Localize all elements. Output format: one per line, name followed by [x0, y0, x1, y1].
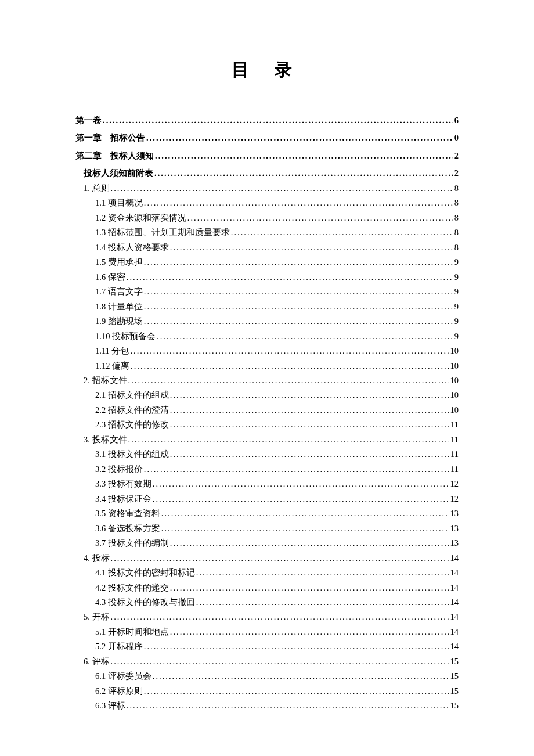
toc-entry-page: 9 — [454, 330, 459, 343]
toc-dots — [111, 552, 449, 564]
toc-entry: 第一章 招标公告0 — [75, 131, 459, 144]
toc-entry-page: 0 — [454, 131, 459, 144]
toc-entry-page: 14 — [450, 596, 459, 609]
toc-entry: 1.2 资金来源和落实情况8 — [95, 211, 459, 224]
toc-entry-label: 第一章 招标公告 — [75, 131, 145, 144]
toc-dots — [144, 300, 453, 313]
toc-dots — [144, 685, 449, 697]
toc-dots — [187, 211, 453, 224]
toc-entry: 3.4 投标保证金12 — [95, 492, 459, 505]
toc-entry: 1.9 踏勘现场9 — [95, 315, 459, 327]
toc-dots — [170, 404, 449, 416]
toc-dots — [103, 114, 453, 127]
toc-entry-label: 1.7 语言文字 — [95, 285, 143, 298]
toc-entry: 3.7 投标文件的编制13 — [95, 537, 459, 549]
toc-entry-page: 14 — [450, 610, 459, 623]
toc-entry: 1.6 保密9 — [95, 271, 459, 283]
toc-entry-page: 10 — [450, 374, 459, 387]
toc-list: 第一卷6第一章 招标公告0第二章 投标人须知2投标人须知前附表21. 总则81.… — [75, 114, 459, 712]
toc-entry-label: 1.5 费用承担 — [95, 255, 143, 268]
toc-entry-page: 9 — [454, 315, 459, 327]
toc-dots — [111, 655, 449, 668]
toc-entry: 3.5 资格审查资料13 — [95, 507, 459, 520]
toc-entry-label: 6.2 评标原则 — [95, 685, 143, 697]
toc-dots — [170, 448, 449, 460]
toc-entry: 6.3 评标15 — [95, 699, 459, 712]
toc-dots — [111, 610, 449, 623]
toc-entry-page: 11 — [450, 448, 459, 460]
toc-entry-label: 第二章 投标人须知 — [75, 149, 154, 162]
toc-entry: 6.1 评标委员会15 — [95, 669, 459, 682]
toc-page: 目 录 第一卷6第一章 招标公告0第二章 投标人须知2投标人须知前附表21. 总… — [0, 0, 534, 756]
toc-entry-label: 第一卷 — [75, 114, 102, 127]
toc-entry: 2.1 招标文件的组成10 — [95, 388, 459, 401]
toc-entry-label: 6.1 评标委员会 — [95, 669, 151, 682]
toc-entry: 3.1 投标文件的组成11 — [95, 448, 459, 460]
toc-entry-page: 9 — [454, 271, 459, 283]
toc-entry-page: 6 — [454, 114, 459, 127]
toc-entry-label: 4.2 投标文件的递交 — [95, 581, 169, 594]
toc-entry: 1.7 语言文字9 — [95, 285, 459, 298]
toc-entry: 1.4 投标人资格要求8 — [95, 241, 459, 254]
toc-dots — [170, 537, 449, 549]
toc-dots — [144, 255, 453, 268]
toc-entry-label: 3.4 投标保证金 — [95, 492, 151, 505]
toc-entry-label: 3. 投标文件 — [84, 433, 127, 446]
toc-entry: 3.3 投标有效期12 — [95, 477, 459, 490]
toc-dots — [131, 359, 449, 372]
toc-dots — [154, 167, 453, 179]
toc-entry: 5. 开标14 — [84, 610, 459, 623]
toc-entry-page: 14 — [450, 625, 459, 638]
toc-entry-page: 11 — [450, 418, 459, 431]
toc-entry-label: 1.4 投标人资格要求 — [95, 241, 169, 254]
toc-entry-page: 8 — [454, 196, 459, 209]
toc-entry: 3. 投标文件11 — [84, 433, 459, 446]
toc-entry-label: 3.6 备选投标方案 — [95, 522, 160, 535]
toc-entry: 4.2 投标文件的递交14 — [95, 581, 459, 594]
toc-title: 目 录 — [75, 58, 459, 82]
toc-entry-page: 10 — [450, 359, 459, 372]
toc-dots — [146, 131, 453, 144]
toc-entry-page: 2 — [454, 167, 459, 179]
toc-dots — [196, 596, 449, 609]
toc-entry: 1.8 计量单位9 — [95, 300, 459, 313]
toc-entry-label: 1.8 计量单位 — [95, 300, 143, 313]
toc-entry-page: 14 — [450, 552, 459, 564]
toc-entry-label: 5.2 开标程序 — [95, 640, 143, 653]
toc-dots — [161, 507, 449, 520]
toc-entry: 投标人须知前附表2 — [84, 167, 459, 179]
toc-entry-page: 9 — [454, 255, 459, 268]
toc-entry-page: 12 — [450, 492, 459, 505]
toc-entry: 2. 招标文件10 — [84, 374, 459, 387]
toc-entry-label: 1.10 投标预备会 — [95, 330, 156, 343]
toc-dots — [153, 492, 449, 505]
toc-dots — [111, 182, 453, 195]
toc-dots — [170, 418, 449, 431]
toc-entry-page: 13 — [450, 522, 459, 535]
toc-entry-label: 6.3 评标 — [95, 699, 125, 712]
toc-entry-label: 6. 评标 — [84, 655, 110, 668]
toc-dots — [153, 669, 449, 682]
toc-entry-label: 4.3 投标文件的修改与撤回 — [95, 596, 195, 609]
toc-entry: 1.5 费用承担9 — [95, 255, 459, 268]
toc-entry: 2.3 招标文件的修改11 — [95, 418, 459, 431]
toc-entry-label: 3.7 投标文件的编制 — [95, 537, 169, 549]
toc-entry-label: 4. 投标 — [84, 552, 110, 564]
toc-entry-page: 8 — [454, 241, 459, 254]
toc-entry-page: 2 — [454, 149, 459, 162]
toc-entry: 4.1 投标文件的密封和标记14 — [95, 566, 459, 579]
toc-entry-label: 3.1 投标文件的组成 — [95, 448, 169, 460]
toc-dots — [130, 344, 449, 357]
toc-entry-label: 3.2 投标报价 — [95, 463, 143, 476]
toc-entry-label: 4.1 投标文件的密封和标记 — [95, 566, 195, 579]
toc-entry-page: 14 — [450, 640, 459, 653]
toc-entry: 6.2 评标原则15 — [95, 685, 459, 697]
toc-dots — [144, 285, 453, 298]
toc-entry: 1.3 招标范围、计划工期和质量要求8 — [95, 226, 459, 239]
toc-entry-label: 1.3 招标范围、计划工期和质量要求 — [95, 226, 230, 239]
toc-dots — [144, 196, 453, 209]
toc-entry: 4. 投标14 — [84, 552, 459, 564]
toc-entry: 1.11 分包10 — [95, 344, 459, 357]
toc-entry-page: 14 — [450, 581, 459, 594]
toc-dots — [127, 271, 453, 283]
